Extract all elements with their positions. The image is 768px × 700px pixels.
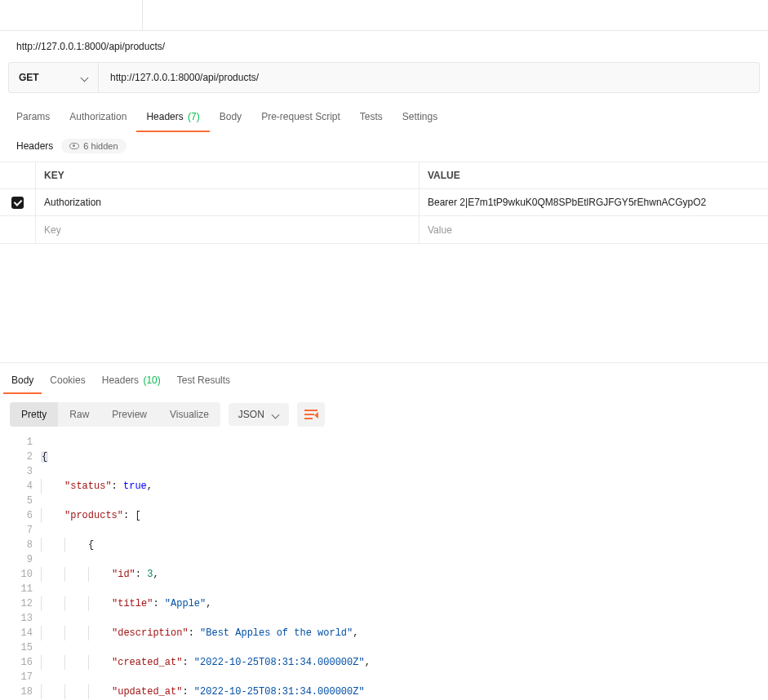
table-row: Authorization Bearer 2|E7m1tP9wkuK0QM8SP… bbox=[0, 189, 768, 216]
http-method-select[interactable]: GET bbox=[9, 63, 99, 92]
header-value-cell[interactable]: Bearer 2|E7m1tP9wkuK0QM8SPbEtlRGJFGY5rEh… bbox=[420, 189, 768, 215]
col-value: VALUE bbox=[420, 162, 768, 188]
request-name: http://127.0.0.1:8000/api/products/ bbox=[0, 31, 768, 55]
chevron-down-icon bbox=[271, 410, 279, 419]
row-checkbox[interactable] bbox=[11, 197, 24, 209]
wrap-icon bbox=[304, 410, 317, 419]
http-method-label: GET bbox=[19, 72, 39, 83]
tab-authorization[interactable]: Authorization bbox=[60, 103, 136, 132]
header-key-input[interactable]: Key bbox=[36, 216, 420, 243]
request-bar: GET bbox=[0, 55, 768, 100]
view-pretty[interactable]: Pretty bbox=[10, 402, 58, 427]
tab-headers[interactable]: Headers (7) bbox=[136, 103, 209, 132]
header-key-cell[interactable]: Authorization bbox=[36, 189, 420, 215]
toggle-hidden-headers[interactable]: 6 hidden bbox=[61, 139, 126, 153]
header-value-input[interactable]: Value bbox=[420, 216, 768, 243]
view-visualize[interactable]: Visualize bbox=[158, 402, 220, 427]
resp-tab-cookies[interactable]: Cookies bbox=[42, 366, 93, 394]
response-toolbar: Pretty Raw Preview Visualize JSON bbox=[0, 394, 768, 435]
eye-icon bbox=[69, 143, 79, 149]
wrap-lines-button[interactable] bbox=[297, 402, 325, 427]
tab-prerequest[interactable]: Pre-request Script bbox=[251, 103, 350, 132]
view-preview[interactable]: Preview bbox=[100, 402, 158, 427]
response-tabs: Body Cookies Headers (10) Test Results bbox=[0, 363, 768, 394]
view-raw[interactable]: Raw bbox=[58, 402, 100, 427]
resp-tab-headers-label: Headers bbox=[102, 374, 139, 386]
resp-tab-headers[interactable]: Headers (10) bbox=[94, 366, 169, 394]
url-input[interactable] bbox=[99, 63, 759, 92]
tab-params[interactable]: Params bbox=[7, 103, 60, 132]
table-row-empty: Key Value bbox=[0, 216, 768, 243]
headers-table: KEY VALUE Authorization Bearer 2|E7m1tP9… bbox=[0, 162, 768, 244]
headers-table-head: KEY VALUE bbox=[0, 162, 768, 189]
tab-headers-count: (7) bbox=[188, 111, 200, 122]
resp-tab-body[interactable]: Body bbox=[3, 366, 42, 394]
tab-tests[interactable]: Tests bbox=[350, 103, 393, 132]
response-body[interactable]: 12345678910111213141516171819 { "status"… bbox=[0, 435, 768, 700]
lang-select[interactable]: JSON bbox=[229, 403, 289, 426]
view-mode-group: Pretty Raw Preview Visualize bbox=[10, 402, 220, 427]
chevron-down-icon bbox=[80, 73, 88, 82]
resp-tab-test-results[interactable]: Test Results bbox=[169, 366, 238, 394]
tab-body[interactable]: Body bbox=[210, 103, 251, 132]
line-gutter: 12345678910111213141516171819 bbox=[0, 435, 41, 700]
tab-settings[interactable]: Settings bbox=[393, 103, 447, 132]
resp-tab-headers-count: (10) bbox=[143, 374, 160, 386]
headers-label: Headers bbox=[16, 140, 53, 152]
lang-label: JSON bbox=[238, 409, 264, 420]
col-key: KEY bbox=[36, 162, 420, 188]
request-config-tabs: Params Authorization Headers (7) Body Pr… bbox=[0, 103, 768, 132]
json-code: { "status": true, "products": [ { "id": … bbox=[41, 435, 768, 700]
request-tab-strip bbox=[0, 0, 768, 31]
tab-request[interactable] bbox=[0, 0, 143, 30]
tab-headers-label: Headers bbox=[146, 111, 183, 122]
hidden-count-label: 6 hidden bbox=[83, 141, 118, 151]
headers-subheader: Headers 6 hidden bbox=[0, 132, 768, 162]
